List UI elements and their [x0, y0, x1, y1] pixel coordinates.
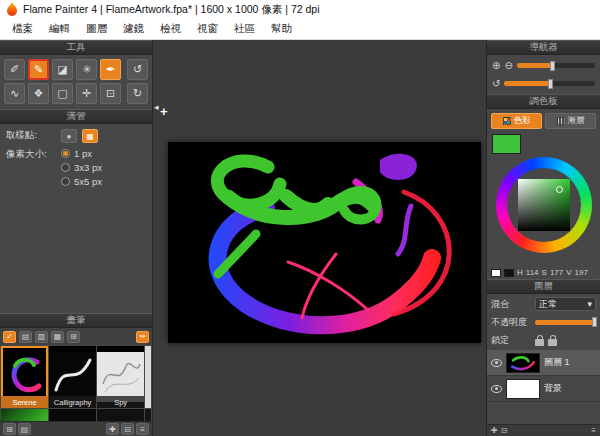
brush-tile-partial-green[interactable]	[1, 409, 48, 421]
navigator-panel-header[interactable]: 導航器	[487, 40, 600, 55]
brush-filter-checkbox[interactable]: ✓	[3, 331, 16, 343]
tools-panel-title: 工具	[67, 41, 86, 54]
menu-filter[interactable]: 濾鏡	[115, 20, 152, 38]
brush-tool-button[interactable]: ✐	[4, 59, 25, 80]
pixel-size-options: 1 px 3x3 px 5x5 px	[61, 148, 102, 187]
pixel-size-option-1px[interactable]: 1 px	[61, 148, 102, 159]
layers-panel-header[interactable]: 圖層	[487, 279, 600, 294]
menu-window[interactable]: 視窗	[189, 20, 226, 38]
eyedropper-panel-header[interactable]: 滴管	[0, 109, 152, 124]
brushes-panel-header[interactable]: 畫筆	[0, 313, 152, 328]
lock-label: 鎖定	[491, 334, 531, 347]
menu-community[interactable]: 社區	[226, 20, 263, 38]
layer-visibility-icon[interactable]	[491, 359, 502, 367]
eraser-tool-button[interactable]: ◪	[52, 59, 73, 80]
grid-small-icon: ⊞	[6, 425, 13, 434]
layer-visibility-icon[interactable]	[491, 385, 502, 393]
move-tool-button[interactable]: ✛	[76, 83, 97, 104]
dropdown-icon: ▾	[587, 299, 592, 309]
brush-view-smallgrid-button[interactable]: ⊞	[67, 331, 80, 343]
brush-tile-spy[interactable]: Spy	[97, 346, 144, 408]
menu-file[interactable]: 檔案	[4, 20, 41, 38]
tab-gradient[interactable]: 漸層	[545, 113, 596, 129]
list-alt-icon: ▥	[38, 332, 46, 341]
brush-folder-button[interactable]: ▤	[18, 423, 31, 435]
radio-icon	[61, 163, 70, 172]
sample-grid-button[interactable]: ▦	[82, 129, 98, 143]
pixel-size-option-3x3[interactable]: 3x3 px	[61, 162, 102, 173]
move-icon: ✛	[82, 88, 91, 99]
transform-icon: ↻	[133, 88, 142, 99]
brush-view-list-button[interactable]: ▤	[19, 331, 32, 343]
zoom-out-icon[interactable]: ⊖	[504, 61, 512, 71]
zoom-slider[interactable]	[517, 63, 595, 68]
add-brush-button[interactable]: ✚	[106, 423, 119, 435]
brush-name: Spy	[97, 396, 144, 408]
lock-all-icon[interactable]	[535, 339, 544, 346]
brush-tile-partial[interactable]	[145, 346, 151, 408]
brush-view-detail-button[interactable]: ▥	[35, 331, 48, 343]
layer-row-background[interactable]: 背景	[487, 376, 600, 402]
rotation-slider[interactable]	[504, 81, 595, 86]
brush-tile-serene[interactable]: Serene	[1, 346, 48, 408]
left-panel: 工具 ✐ ✎ ◪ ✳ ✒ ↺ ∿ ❖ ▢ ✛ ⊡	[0, 40, 153, 436]
brush-edit-button[interactable]: ✑	[136, 331, 149, 343]
pattern-tool-button[interactable]: ❖	[28, 83, 49, 104]
val-value: 197	[575, 268, 588, 277]
add-layer-icon[interactable]: ✚	[491, 426, 498, 435]
titlebar: Flame Painter 4 | FlameArtwork.fpa* | 16…	[0, 0, 600, 19]
wave-icon: ∿	[10, 88, 19, 99]
pencil-tool-button[interactable]: ✎	[28, 59, 49, 80]
menubar: 檔案 編輯 圖層 濾鏡 檢視 視窗 社區 幫助	[0, 19, 600, 40]
transform-tool-button[interactable]: ↻	[127, 83, 148, 104]
brush-icon: ✐	[10, 64, 19, 75]
brushes-bottom-toolbar: ⊞ ▤ ✚ ⊟ ≡	[0, 421, 152, 436]
pixel-size-option-label: 5x5 px	[74, 176, 102, 187]
menu-help[interactable]: 幫助	[263, 20, 300, 38]
new-brush-button[interactable]: ⊞	[3, 423, 16, 435]
menu-layer[interactable]: 圖層	[78, 20, 115, 38]
white-swatch[interactable]	[491, 269, 501, 277]
brush-view-grid-button[interactable]: ▦	[51, 331, 64, 343]
lock-transparency-icon[interactable]	[548, 339, 557, 346]
list-icon: ▤	[22, 332, 30, 341]
brushes-panel: 畫筆 ✓ ▤ ▥ ▦ ⊞ ✑	[0, 313, 152, 436]
reset-tool-button[interactable]: ↺	[127, 59, 148, 80]
select-tool-button[interactable]: ▢	[52, 83, 73, 104]
brush-tile-partial-dark2[interactable]	[97, 409, 144, 421]
blend-mode-select[interactable]: 正常 ▾	[535, 297, 596, 311]
pixel-size-option-5x5[interactable]: 5x5 px	[61, 176, 102, 187]
brush-tile-partial-dark1[interactable]	[49, 409, 96, 421]
menu-edit[interactable]: 編輯	[41, 20, 78, 38]
tools-panel-header[interactable]: 工具	[0, 40, 152, 55]
collapse-left-icon[interactable]: ◂	[154, 102, 159, 112]
black-swatch[interactable]	[504, 269, 514, 277]
layer-list: 圖層 1 背景	[487, 350, 600, 402]
sample-single-button[interactable]: ●	[61, 129, 77, 143]
eyedropper-tool-button[interactable]: ✒	[100, 59, 121, 80]
zoom-in-icon[interactable]: ⊕	[492, 61, 500, 71]
brush-menu-button[interactable]: ≡	[136, 423, 149, 435]
layers-menu-icon[interactable]: ≡	[591, 426, 596, 435]
canvas[interactable]	[168, 142, 481, 343]
remove-layer-icon[interactable]: ⊟	[501, 426, 508, 435]
menu-view[interactable]: 檢視	[152, 20, 189, 38]
tab-color[interactable]: 色彩	[491, 113, 542, 129]
layer-row-1[interactable]: 圖層 1	[487, 350, 600, 376]
brush-tile-partial-edge[interactable]	[145, 409, 151, 421]
wave-tool-button[interactable]: ∿	[4, 83, 25, 104]
color-picker-area: H 114 S 177 V 197	[487, 131, 600, 279]
rotate-reset-icon[interactable]: ↺	[492, 79, 500, 89]
radio-icon	[61, 177, 70, 186]
saturation-value-square[interactable]	[518, 179, 570, 231]
brush-tile-calligraphy[interactable]: Calligraphy	[49, 346, 96, 408]
airbrush-tool-button[interactable]: ✳	[76, 59, 97, 80]
brush-name: Serene	[1, 396, 48, 408]
crop-tool-button[interactable]: ⊡	[100, 83, 121, 104]
palette-panel-header[interactable]: 調色板	[487, 94, 600, 109]
palette-tabs: 色彩 漸層	[487, 109, 600, 131]
opacity-slider[interactable]	[535, 320, 596, 325]
grid-small-icon: ⊞	[70, 332, 77, 341]
navigator-panel-title: 導航器	[529, 41, 558, 54]
remove-brush-button[interactable]: ⊟	[121, 423, 134, 435]
